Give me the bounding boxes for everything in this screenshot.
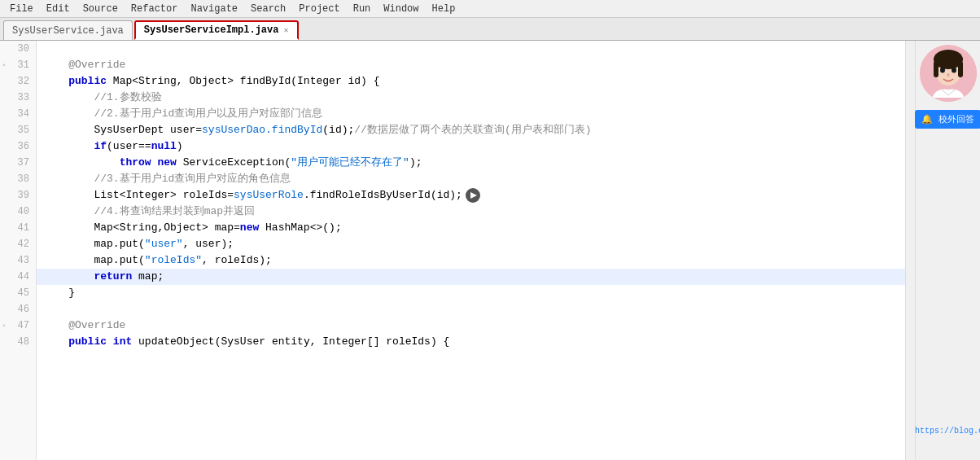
token-kw: public — [68, 334, 107, 350]
token-indent — [43, 269, 94, 285]
code-line-30 — [37, 41, 905, 57]
token-kw: if — [94, 138, 107, 155]
csdn-link[interactable]: https://blog.csdn.net/qq_4376588... — [915, 427, 980, 436]
menu-item-run[interactable]: Run — [347, 0, 378, 17]
token-comment-cn: //数据层做了两个表的关联查询(用户表和部门表) — [354, 122, 591, 138]
tab-sys-user-service-impl[interactable]: SysUserServiceImpl.java ✕ — [134, 20, 299, 40]
code-line-37: throw new ServiceException("用户可能已经不存在了")… — [37, 155, 905, 171]
menu-bar: File Edit Source Refactor Navigate Searc… — [0, 0, 980, 18]
menu-item-help[interactable]: Help — [426, 0, 462, 17]
code-line-38: //3.基于用户id查询用户对应的角色信息 — [37, 171, 905, 187]
token-plain: , user); — [183, 236, 234, 252]
right-sidebar: 🔔 校外回答 https://blog.csdn.net/qq_4376588.… — [915, 41, 980, 460]
token-plain — [151, 155, 158, 171]
token-plain: map.put( — [94, 236, 144, 252]
tab-close-icon[interactable]: ✕ — [283, 25, 288, 35]
code-line-35: SysUserDept user=sysUserDao.findById(id)… — [37, 122, 905, 138]
token-kw: public — [68, 73, 107, 90]
token-kw: new — [157, 155, 176, 171]
code-line-34: //2.基于用户id查询用户以及用户对应部门信息 — [37, 106, 905, 122]
line-number-47: 47 — [0, 318, 36, 334]
token-comment-cn: //2.基于用户id查询用户以及用户对应部门信息 — [94, 106, 322, 122]
token-comment-cn: //1.参数校验 — [94, 90, 161, 106]
code-line-40: //4.将查询结果封装到map并返回 — [37, 204, 905, 220]
line-number-43: 43 — [0, 252, 36, 269]
token-kw: int — [107, 334, 132, 350]
line-number-39: 39 — [0, 187, 36, 204]
line-number-37: 37 — [0, 155, 36, 171]
line-number-44: 44 — [0, 269, 36, 285]
code-line-39: List<Integer> roleIds=sysUserRole.findRo… — [37, 187, 905, 204]
line-number-41: 41 — [0, 220, 36, 236]
line-number-30: 30 — [0, 41, 36, 57]
token-annotation: @Override — [43, 57, 125, 73]
token-method-call: sysUserDao.findById — [202, 122, 322, 138]
line-number-38: 38 — [0, 171, 36, 187]
token-indent — [43, 138, 94, 155]
code-line-33: //1.参数校验 — [37, 90, 905, 106]
svg-point-6 — [952, 68, 956, 73]
token-plain: } — [43, 285, 75, 301]
token-plain: ); — [409, 155, 422, 171]
menu-item-navigate[interactable]: Navigate — [184, 0, 244, 17]
token-plain: (user== — [107, 138, 151, 155]
token-plain: SysUserDept user= — [94, 122, 202, 138]
token-plain: , roleIds); — [202, 252, 272, 269]
line-number-34: 34 — [0, 106, 36, 122]
code-line-45: } — [37, 285, 905, 301]
line-number-33: 33 — [0, 90, 36, 106]
menu-item-source[interactable]: Source — [77, 0, 125, 17]
tab-label: SysUserService.java — [12, 25, 124, 37]
menu-item-edit[interactable]: Edit — [40, 0, 77, 17]
line-number-45: 45 — [0, 285, 36, 301]
token-kw: null — [151, 138, 177, 155]
token-indent — [43, 334, 68, 350]
token-plain: (id); — [322, 122, 354, 138]
svg-point-7 — [947, 73, 949, 77]
token-indent — [43, 252, 94, 269]
token-indent — [43, 73, 68, 90]
play-button[interactable] — [466, 188, 480, 203]
token-string: "user" — [145, 236, 183, 252]
code-line-48: public int updateObject(SysUser entity, … — [37, 334, 905, 350]
svg-rect-4 — [958, 61, 963, 77]
line-number-48: 48 — [0, 334, 36, 350]
main-container: 30313233343536373839404142434445464748 @… — [0, 41, 980, 460]
line-number-46: 46 — [0, 301, 36, 318]
vertical-scrollbar[interactable] — [905, 41, 915, 460]
menu-item-project[interactable]: Project — [292, 0, 346, 17]
token-indent — [43, 90, 94, 106]
line-number-gutter: 30313233343536373839404142434445464748 — [0, 41, 37, 460]
code-line-46 — [37, 301, 905, 318]
tab-sys-user-service[interactable]: SysUserService.java — [3, 20, 133, 40]
token-method-call: sysUserRole — [234, 187, 304, 204]
csdn-btn-label: 🔔 校外回答 — [921, 113, 974, 125]
token-comment-cn: //3.基于用户id查询用户对应的角色信息 — [94, 171, 291, 187]
token-indent — [43, 204, 94, 220]
menu-item-refactor[interactable]: Refactor — [125, 0, 185, 17]
menu-item-window[interactable]: Window — [377, 0, 425, 17]
tab-label: SysUserServiceImpl.java — [144, 24, 279, 36]
token-annotation: @Override — [43, 318, 125, 334]
token-kw: throw — [120, 155, 151, 171]
code-area[interactable]: @Override public Map<String, Object> fin… — [37, 41, 905, 460]
token-indent — [43, 236, 94, 252]
token-string: "roleIds" — [145, 252, 202, 269]
code-line-31: @Override — [37, 57, 905, 73]
token-plain: map.put( — [94, 252, 144, 269]
token-return-kw: return — [94, 269, 132, 285]
token-indent — [43, 106, 94, 122]
code-line-32: public Map<String, Object> findById(Inte… — [37, 73, 905, 90]
token-indent — [43, 155, 120, 171]
code-line-41: Map<String,Object> map=new HashMap<>(); — [37, 220, 905, 236]
svg-point-5 — [940, 68, 945, 73]
line-number-36: 36 — [0, 138, 36, 155]
csdn-button[interactable]: 🔔 校外回答 — [915, 110, 980, 129]
code-line-44: return map; — [37, 269, 905, 285]
menu-item-file[interactable]: File — [3, 0, 40, 17]
token-plain: updateObject(SysUser entity, Integer[] r… — [132, 334, 449, 350]
token-plain: ServiceException( — [177, 155, 291, 171]
line-number-31: 31 — [0, 57, 36, 73]
menu-item-search[interactable]: Search — [244, 0, 292, 17]
token-plain: Map<String,Object> map= — [94, 220, 239, 236]
